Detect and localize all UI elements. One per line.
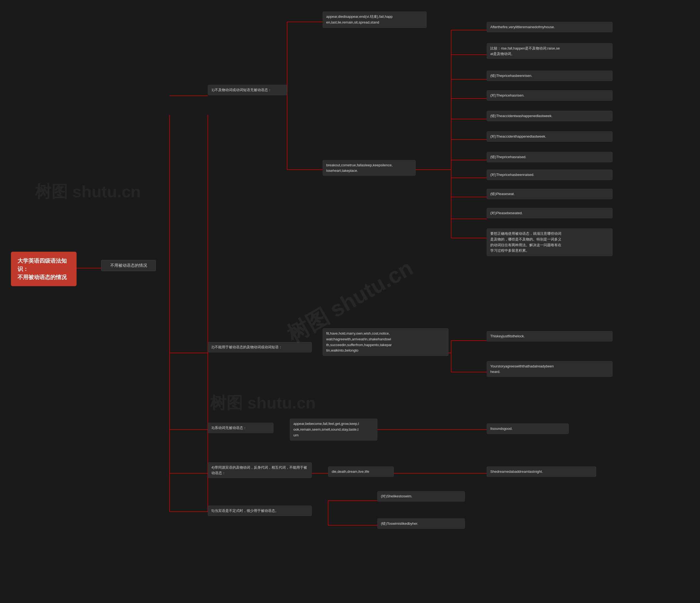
main-connector-label: 不用被动语态的情况 (110, 263, 147, 268)
cat2-node: 2)不能用于被动语态的及物动词或动词短语： (208, 342, 312, 353)
d12-label: Thiskeyjustfitsthelock. (490, 334, 525, 338)
d7-node: (错)Thepricehasraised. (487, 152, 612, 162)
d12-node: Thiskeyjustfitsthelock. (487, 331, 612, 341)
d11-node: 要想正确地使用被动语态，就须注意哪些动词是及物的，哪些是不及物的。特别是一词多义… (487, 228, 612, 256)
d9-label: (错)Pleaseseat. (490, 192, 515, 196)
d11-label: 要想正确地使用被动语态，就须注意哪些动词是及物的，哪些是不及物的。特别是一词多义… (490, 232, 561, 252)
cat5-node: 5)当宾语是不定式时，很少用于被动语态。 (208, 506, 312, 516)
d17-label: (错)Toswimislikedbyher. (381, 522, 418, 526)
cat1-label: 1)不及物动词或动词短语无被动语态： (211, 88, 272, 92)
watermark-text3: 树图 shutu.cn (210, 394, 316, 412)
cat4-label: 4)带同源宾语的及物动词，反身代词，相互代词，不能用于被动语态： (211, 465, 307, 475)
d13-label: Yourstoryagreeswiththathadalreadybeenhea… (490, 364, 554, 374)
d3-node: (错)Thepricehasbeenrisen. (487, 71, 612, 81)
cat1-verbs2-label: breakout,cometrue,fallasleep,keepsilence… (326, 163, 393, 173)
d15-label: Shedreamedabaddreamlastnight. (490, 469, 543, 474)
root-label: 大学英语四级语法知识： 不用被动语态的情况 (18, 258, 67, 280)
root-node: 大学英语四级语法知识： 不用被动语态的情况 (11, 252, 77, 286)
d7-label: (错)Thepricehasraised. (490, 155, 526, 159)
cat2-verbs-label: fit,have,hold,marry,own,wish,cost,notice… (326, 331, 392, 353)
cat3-node: 3)系动词无被动语态： (208, 423, 273, 433)
cat4-node: 4)带同源宾语的及物动词，反身代词，相互代词，不能用于被动语态： (208, 462, 312, 478)
d17-node: (错)Toswimislikedbyher. (377, 518, 465, 529)
cat3-label: 3)系动词无被动语态： (211, 426, 247, 430)
d8-node: (对)Thepricehasbeenraised. (487, 170, 612, 180)
cat3-verbs-node: appear,bebecome,fall,feel,get,grow,keep,… (290, 418, 377, 440)
d16-node: (对)Shelikestoswim. (377, 491, 465, 502)
cat1-verbs2-node: breakout,cometrue,fallasleep,keepsilence… (323, 160, 416, 176)
d15-node: Shedreamedabaddreamlastnight. (487, 466, 596, 477)
main-connector-node: 不用被动语态的情况 (101, 260, 156, 271)
watermark-topleft: 树图 shutu.cn (35, 181, 141, 203)
watermark-text2: 树图 shutu.cn (35, 183, 141, 201)
cat1-verbs1-node: appear,diedisappear,end(vi.结束),fail,happ… (323, 11, 427, 28)
d2-label: 比较：rise,fall,happen是不及物动词;raise,seat是及物动… (490, 46, 560, 56)
d4-label: (对)Thepricehasrisen. (490, 93, 524, 97)
cat1-node: 1)不及物动词或动词短语无被动语态： (208, 85, 287, 95)
d10-label: (对)Pleasebeseated. (490, 211, 523, 215)
d5-node: (错)Theaccidentwashappenedlastweek. (487, 111, 612, 121)
d14-node: Itsoundsgood. (487, 424, 569, 434)
d14-label: Itsoundsgood. (490, 427, 513, 431)
d1-label: Afterthefire,verylittleremainedofmyhouse… (490, 25, 555, 29)
cat2-label: 2)不能用于被动语态的及物动词或动词短语： (211, 345, 282, 349)
cat5-label: 5)当宾语是不定式时，很少用于被动语态。 (211, 509, 279, 513)
d8-label: (对)Thepricehasbeenraised. (490, 173, 534, 177)
cat4-verbs-label: die,death,dream,live,life (332, 469, 369, 474)
cat3-verbs-label: appear,bebecome,fall,feel,get,grow,keep,… (293, 421, 359, 437)
d10-node: (对)Pleasebeseated. (487, 208, 612, 218)
cat2-verbs-node: fit,have,hold,marry,own,wish,cost,notice… (323, 328, 448, 356)
cat4-verbs-node: die,death,dream,live,life (328, 466, 394, 477)
cat1-verbs1-label: appear,diedisappear,end(vi.结束),fail,happ… (326, 15, 393, 24)
d6-label: (对)Theaccidenthappenedlastweek. (490, 134, 546, 139)
d16-label: (对)Shelikestoswim. (381, 494, 412, 498)
d4-node: (对)Thepricehasrisen. (487, 90, 612, 101)
watermark-bottomright: 树图 shutu.cn (210, 392, 316, 414)
d1-node: Afterthefire,verylittleremainedofmyhouse… (487, 22, 612, 32)
d5-label: (错)Theaccidentwashappenedlastweek. (490, 114, 553, 118)
d2-node: 比较：rise,fall,happen是不及物动词;raise,seat是及物动… (487, 43, 612, 59)
d6-node: (对)Theaccidenthappenedlastweek. (487, 131, 612, 142)
d9-node: (错)Pleaseseat. (487, 189, 612, 199)
d13-node: Yourstoryagreeswiththathadalreadybeenhea… (487, 361, 612, 377)
d3-label: (错)Thepricehasbeenrisen. (490, 74, 532, 78)
